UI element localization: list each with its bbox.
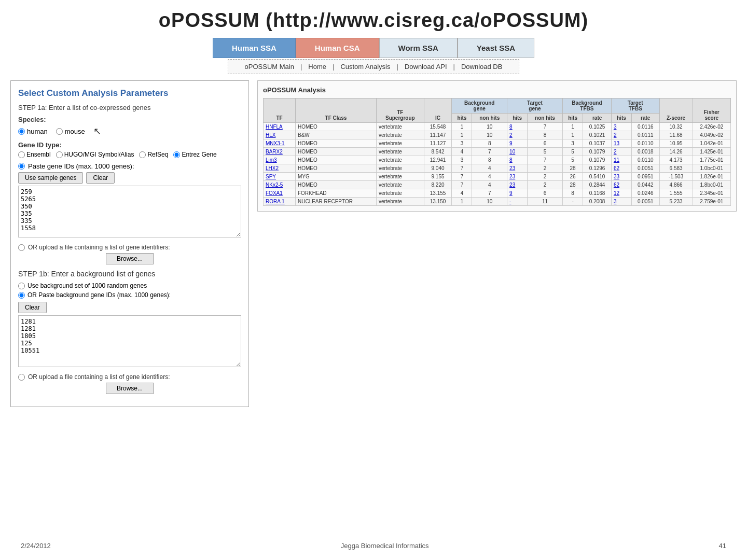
- cell-tf[interactable]: HNFLA: [264, 123, 296, 131]
- cursor-indicator: ↖: [93, 125, 101, 137]
- nav-download-db[interactable]: Download DB: [455, 63, 509, 71]
- cell-zscore: -1.503: [659, 173, 693, 181]
- col-tf-class: TF Class: [295, 99, 376, 123]
- cell-tf-supergroup: vertebrate: [376, 164, 424, 173]
- cell-tf[interactable]: NKx2-5: [264, 181, 296, 189]
- cell-target-gene-hits[interactable]: 23: [507, 173, 528, 181]
- tab-worm-ssa[interactable]: Worm SSA: [379, 38, 458, 58]
- tab-human-csa[interactable]: Human CSA: [296, 38, 379, 58]
- cell-bg-gene-hits: 7: [452, 173, 472, 181]
- cell-target-gene-hits[interactable]: 10: [507, 148, 528, 156]
- browse-bg-button[interactable]: Browse...: [106, 383, 154, 394]
- bg-random-radio[interactable]: [18, 283, 25, 289]
- geneid-refseq-radio[interactable]: [139, 151, 146, 158]
- cell-target-gene-hits[interactable]: -: [507, 198, 528, 206]
- nav-custom-analysis[interactable]: Custom Analysis: [334, 63, 396, 71]
- cell-target-gene-hits[interactable]: 23: [507, 181, 528, 189]
- cell-target-gene-nonhits: 5: [528, 148, 563, 156]
- species-label: Species:: [18, 116, 241, 123]
- right-panel: oPOSSUM Analysis TF TF Class TFSupergrou…: [257, 80, 737, 212]
- nav-home[interactable]: Home: [302, 63, 333, 71]
- cell-bg-tfbs-hits: 26: [562, 173, 583, 181]
- cell-target-tfbs-hits[interactable]: 11: [611, 156, 631, 164]
- col-target-tfbs-hits: hits: [611, 114, 631, 123]
- cell-target-tfbs-hits[interactable]: 12: [611, 189, 631, 198]
- cell-tf[interactable]: SPY: [264, 173, 296, 181]
- gene-id-label: Gene ID type:: [18, 141, 241, 149]
- cell-target-tfbs-hits[interactable]: 2: [611, 131, 631, 139]
- cell-fisher: 1.775e-01: [693, 156, 730, 164]
- nav-download-api[interactable]: Download API: [398, 63, 453, 71]
- use-sample-genes-button[interactable]: Use sample genes: [18, 172, 83, 184]
- geneid-entrez-radio[interactable]: [173, 151, 180, 158]
- analysis-title: oPOSSUM Analysis: [263, 86, 731, 94]
- navigation-area: Human SSA Human CSA Worm SSA Yeast SSA o…: [0, 38, 747, 74]
- geneid-hugo-label[interactable]: HUGO/MGI Symbol/Alias: [56, 151, 134, 158]
- cell-target-gene-nonhits: 7: [528, 123, 563, 131]
- geneid-refseq-label[interactable]: RefSeq: [139, 151, 168, 158]
- tab-human-ssa[interactable]: Human SSA: [213, 38, 296, 58]
- cell-tf[interactable]: RORA 1: [264, 198, 296, 206]
- cell-target-gene-hits[interactable]: 23: [507, 164, 528, 173]
- clear-bg-button[interactable]: Clear: [18, 302, 47, 313]
- cell-tf-class: HOMEO: [295, 123, 376, 131]
- cell-target-gene-hits[interactable]: 8: [507, 156, 528, 164]
- cell-target-tfbs-hits[interactable]: 2: [611, 148, 631, 156]
- cell-target-gene-hits[interactable]: 9: [507, 189, 528, 198]
- cell-fisher: 2.345e-01: [693, 189, 730, 198]
- or-upload-bg-text: OR upload a file containing a list of ge…: [28, 373, 170, 381]
- cell-target-tfbs-hits[interactable]: 62: [611, 164, 631, 173]
- geneid-hugo-radio[interactable]: [56, 151, 63, 158]
- upload-bg-radio[interactable]: [18, 374, 25, 381]
- cell-zscore: 10.32: [659, 123, 693, 131]
- cell-tf[interactable]: Lim3: [264, 156, 296, 164]
- cell-target-gene-hits[interactable]: 2: [507, 131, 528, 139]
- cell-target-gene-hits[interactable]: 9: [507, 139, 528, 148]
- cell-tf[interactable]: LHX2: [264, 164, 296, 173]
- geneid-entrez-label[interactable]: Entrez Gene: [173, 151, 216, 158]
- geneid-hugo-text: HUGO/MGI Symbol/Alias: [64, 151, 134, 158]
- cell-tf[interactable]: BARX2: [264, 148, 296, 156]
- geneid-entrez-text: Entrez Gene: [182, 151, 216, 158]
- main-layout: Select Custom Analysis Parameters STEP 1…: [0, 74, 747, 413]
- cell-target-tfbs-hits[interactable]: 13: [611, 139, 631, 148]
- cell-target-tfbs-hits[interactable]: 33: [611, 173, 631, 181]
- gene-ids-textarea[interactable]: [18, 186, 241, 237]
- or-upload-label: OR upload a file containing a list of ge…: [18, 244, 241, 251]
- cell-tf-class: MYG: [295, 173, 376, 181]
- cell-bg-tfbs-hits: 1: [562, 131, 583, 139]
- species-human-label[interactable]: human: [18, 128, 48, 135]
- cell-target-tfbs-hits[interactable]: 3: [611, 198, 631, 206]
- cell-tf[interactable]: MNX3-1: [264, 139, 296, 148]
- species-mouse-radio[interactable]: [56, 128, 63, 135]
- cell-target-gene-hits[interactable]: 8: [507, 123, 528, 131]
- browse-button[interactable]: Browse...: [106, 253, 154, 264]
- species-human-radio[interactable]: [18, 128, 25, 135]
- nav-opossum-main[interactable]: oPOSSUM Main: [239, 63, 300, 71]
- cell-bg-tfbs-hits: 5: [562, 156, 583, 164]
- paste-label-text: Paste gene IDs (max. 1000 genes):: [28, 162, 134, 170]
- bg-random-label[interactable]: Use background set of 1000 random genes: [18, 282, 241, 289]
- clear-genes-button[interactable]: Clear: [86, 172, 115, 184]
- cell-tf[interactable]: HLX: [264, 131, 296, 139]
- table-row: LHX2 HOMEO vertebrate 9.040 7 4 23 2 28 …: [264, 164, 731, 173]
- cell-target-tfbs-hits[interactable]: 3: [611, 123, 631, 131]
- cell-target-tfbs-hits[interactable]: 62: [611, 181, 631, 189]
- species-mouse-label[interactable]: mouse: [56, 128, 85, 135]
- col-target-tfbs-rate: rate: [631, 114, 659, 123]
- bg-paste-label[interactable]: OR Paste background gene IDs (max. 1000 …: [18, 291, 241, 299]
- paste-radio[interactable]: [18, 163, 25, 170]
- col-tf-supergroup: TFSupergroup: [376, 99, 424, 123]
- cell-fisher: 1.826e-01: [693, 173, 730, 181]
- bg-gene-ids-textarea[interactable]: [18, 315, 241, 367]
- bg-paste-radio[interactable]: [18, 292, 25, 299]
- cell-fisher: 1.042e-01: [693, 139, 730, 148]
- tab-yeast-ssa[interactable]: Yeast SSA: [458, 38, 534, 58]
- cell-tf[interactable]: FOXA1: [264, 189, 296, 198]
- geneid-ensembl-label[interactable]: Ensembl: [18, 151, 51, 158]
- upload-radio[interactable]: [18, 244, 25, 251]
- geneid-ensembl-radio[interactable]: [18, 151, 25, 158]
- cell-fisher: 1.425e-01: [693, 148, 730, 156]
- cell-bg-gene-hits: 7: [452, 164, 472, 173]
- cell-bg-tfbs-rate: 0.1021: [583, 131, 611, 139]
